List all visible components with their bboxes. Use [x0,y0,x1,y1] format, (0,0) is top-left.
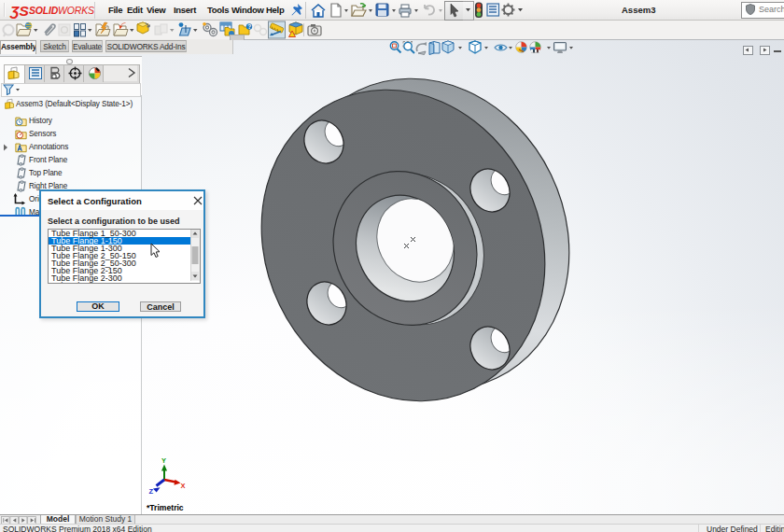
svg-text:ƷS: ƷS [9,3,29,19]
svg-text:?: ? [247,23,251,30]
svg-text:*Trimetric: *Trimetric [147,503,184,512]
svg-text:X: X [181,482,186,490]
svg-text:Y: Y [161,456,166,465]
svg-text:SOLIDWORKS: SOLIDWORKS [29,5,94,16]
svg-text:Z: Z [149,487,154,496]
